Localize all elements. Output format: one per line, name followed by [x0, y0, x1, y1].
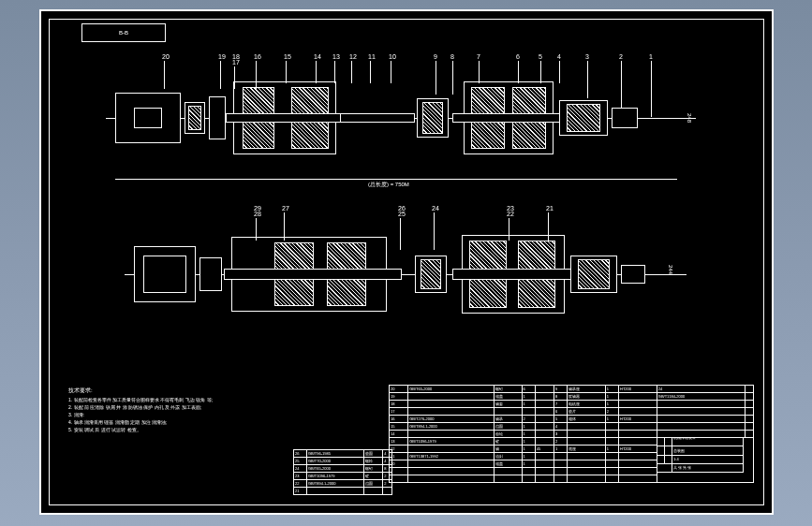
callout-24: 24 — [432, 205, 439, 212]
shaft-1 — [226, 113, 347, 123]
table-row: 19端盖18联轴器1GB/T1184-2000 — [390, 393, 754, 401]
table-row: 24GB/T65-2000螺钉8 — [294, 465, 392, 473]
output-b — [621, 265, 645, 284]
callout-10: 10 — [389, 53, 396, 60]
table-row: 176垫片2 — [390, 408, 754, 416]
coupling-b — [199, 257, 222, 291]
table-row: 22GB/T894.1-2000挡圈2 — [294, 480, 392, 488]
callout-28: 28 — [254, 211, 261, 217]
leader — [479, 61, 480, 83]
note-5: 5. 安装 调试 后 进行 试运转 检查。 — [68, 426, 368, 433]
shaft-2 — [452, 113, 574, 123]
leader — [391, 61, 391, 83]
top-assembly — [115, 76, 687, 160]
table-row: 18轴套17电机座1 — [390, 401, 754, 408]
title-block: 机械传动装置 总装图 1:4 共 张 第 张 — [657, 438, 744, 474]
callout-12: 12 — [349, 53, 357, 60]
leader — [256, 61, 257, 89]
callout-1: 1 — [649, 53, 653, 60]
leader — [316, 61, 317, 83]
callout-6: 6 — [516, 53, 520, 60]
table-row: 21 — [294, 488, 392, 495]
drawing-frame: B-B — [39, 9, 774, 515]
bom-main-block: 20GB/T65-2000螺钉69轴承座1HT20024 19端盖18联轴器1G… — [389, 385, 754, 495]
callout-8: 8 — [450, 53, 454, 60]
leader — [587, 61, 588, 98]
callout-5: 5 — [539, 53, 542, 60]
inner-frame: B-B — [49, 19, 764, 505]
end-bh — [578, 259, 610, 289]
callout-13: 13 — [332, 53, 340, 60]
leader — [220, 61, 221, 89]
coupling-hatch — [188, 106, 201, 130]
callout-16: 16 — [254, 53, 261, 60]
callout-22: 22 — [507, 211, 514, 217]
callout-17: 17 — [232, 59, 240, 66]
motor-flange-b — [143, 256, 186, 293]
callout-7: 7 — [477, 53, 480, 60]
motor-shaft-box — [134, 108, 162, 128]
leader — [452, 61, 453, 95]
project-name: 机械传动装置 — [672, 438, 744, 446]
table-row: 16GB/T276-2000轴承25箱体1HT200 — [390, 416, 754, 423]
bottom-assembly — [134, 227, 677, 321]
table-row: 13GB/T1096-1979键12 机械传动装置 总装图 1:4 共 张 第 … — [390, 438, 754, 446]
dim-right-top: 248 — [687, 113, 692, 123]
leader-b — [509, 218, 509, 241]
callout-4: 4 — [557, 53, 561, 60]
section-label: B-B — [119, 30, 128, 36]
callout-14: 14 — [314, 53, 321, 60]
callout-21: 21 — [546, 205, 554, 212]
section-label-box: B-B — [81, 23, 166, 42]
shaft-b1 — [224, 269, 402, 280]
callout-11: 11 — [368, 53, 376, 60]
note-3: 3. 润滑: — [68, 411, 368, 418]
leader-b — [256, 218, 257, 241]
table-row: 23GB/T1096-1979键2 — [294, 473, 392, 480]
callout-15: 15 — [284, 53, 291, 60]
bearing-mid-h — [422, 102, 443, 134]
note-1: 1. 装配前检查各零件 加工质量符合图样要求 不得有毛刺 飞边 锐角 等; — [68, 396, 368, 403]
bom-main-table: 20GB/T65-2000螺钉69轴承座1HT20024 19端盖18联轴器1G… — [389, 385, 754, 483]
leader — [286, 61, 287, 83]
callout-20: 20 — [162, 53, 170, 60]
table-row: 14齿轮13 — [390, 431, 754, 438]
table-row: 25GB/T70-2000螺栓4 — [294, 458, 392, 465]
callout-27: 27 — [282, 205, 289, 212]
leader-b — [400, 218, 401, 250]
leader — [164, 61, 165, 89]
output-flange — [612, 108, 638, 128]
table-row: 26GB/T96-1985垫圈4 — [294, 450, 392, 458]
callout-9: 9 — [434, 53, 437, 60]
leader — [559, 61, 560, 83]
scale: 1:4 — [672, 455, 744, 463]
leader-b — [548, 212, 549, 241]
dim-overall — [115, 179, 677, 180]
leader-b — [434, 212, 435, 250]
note-2: 2. 装配 前 应清除 铁屑 并 涂 防锈油 保护 内孔 及 外露 加工表面; — [68, 403, 368, 411]
leader — [334, 61, 335, 83]
bom-left-table: 26GB/T96-1985垫圈4 25GB/T70-2000螺栓4 24GB/T… — [293, 449, 392, 495]
bracket-1 — [209, 96, 226, 139]
leader — [540, 61, 541, 83]
dim-overall-text: (总长度) = 750M — [368, 181, 409, 189]
callout-2: 2 — [619, 53, 623, 60]
leader-b — [284, 212, 285, 241]
table-row: 20GB/T65-2000螺钉69轴承座1HT20024 — [390, 386, 754, 393]
leader — [370, 61, 371, 83]
note-4: 4. 轴承 润滑采用 锂基 润滑脂 定期 加注 润滑油; — [68, 418, 368, 426]
leader — [651, 61, 652, 117]
callout-25: 25 — [398, 211, 406, 217]
end-cap-h — [567, 104, 600, 132]
shaft-mid — [340, 113, 415, 123]
technical-notes: 技术要求: 1. 装配前检查各零件 加工质量符合图样要求 不得有毛刺 飞边 锐角… — [68, 387, 368, 433]
bom-left-block: 26GB/T96-1985垫圈4 25GB/T70-2000螺栓4 24GB/T… — [293, 449, 392, 495]
table-row: 15GB/T894.1-2000挡圈14 — [390, 423, 754, 431]
drawing-title: 总装图 — [672, 446, 744, 455]
callout-19: 19 — [218, 53, 226, 60]
bearing-bh — [421, 259, 441, 289]
leader — [436, 61, 436, 95]
callout-3: 3 — [585, 53, 589, 60]
leader — [351, 61, 352, 83]
leader — [518, 61, 519, 83]
